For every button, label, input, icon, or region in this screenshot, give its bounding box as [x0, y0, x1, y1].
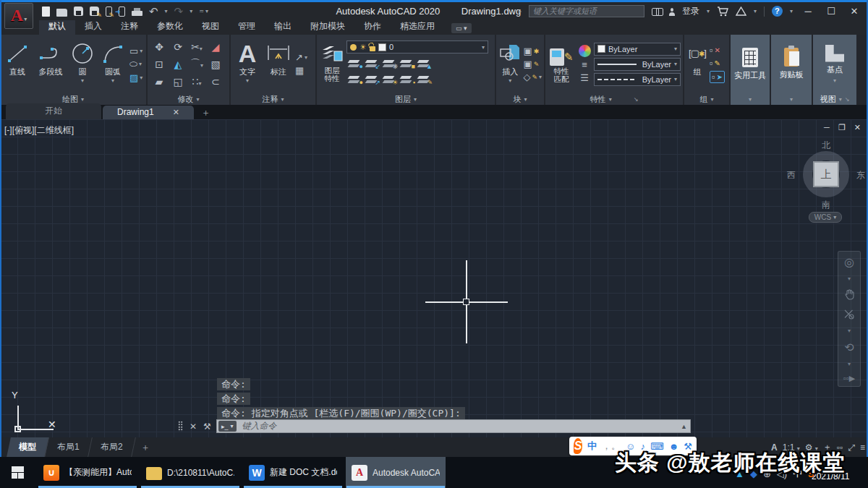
layout-tab-model[interactable]: 模型: [7, 437, 49, 457]
command-recent-icon[interactable]: ▲: [681, 423, 687, 430]
minimize-button[interactable]: ─: [800, 6, 816, 17]
search-expand-icon[interactable]: ▸: [519, 8, 522, 14]
group-selection-toggle[interactable]: ▫➤: [710, 71, 725, 83]
wcs-dropdown[interactable]: WCS▾: [809, 212, 842, 223]
mobile-save-icon[interactable]: [106, 7, 112, 17]
basepoint-dropdown-icon[interactable]: ▾: [833, 77, 836, 84]
save-icon[interactable]: [74, 7, 83, 16]
mobile-open-icon[interactable]: [119, 7, 125, 17]
file-tab-close-icon[interactable]: ✕: [173, 108, 179, 117]
viewcube-north[interactable]: 北: [822, 140, 830, 152]
maximize-button[interactable]: ☐: [823, 6, 839, 17]
command-drag-handle[interactable]: [178, 421, 183, 432]
text-button[interactable]: A 文字 ▾: [233, 38, 262, 90]
new-layout-icon[interactable]: ＋: [140, 441, 150, 454]
panel-block-label[interactable]: 块▾: [496, 93, 544, 105]
app-store-cart-icon[interactable]: [717, 7, 728, 17]
group-button[interactable]: [▢✱] 组: [686, 38, 708, 90]
orbit-icon[interactable]: ⟲: [844, 341, 854, 354]
properties-launcher-icon[interactable]: ↘: [634, 96, 639, 103]
define-attributes-button[interactable]: ◇✎▾: [523, 72, 542, 82]
signin-dropdown-icon[interactable]: ▾: [707, 8, 710, 14]
layer-properties-button[interactable]: 图层特性: [319, 38, 345, 90]
line-button[interactable]: 直线: [2, 38, 33, 90]
layer-match-icon[interactable]: ▲: [418, 59, 431, 69]
create-block-button[interactable]: ▣✱: [523, 46, 542, 56]
rotate-icon[interactable]: ⟳: [174, 41, 182, 53]
panel-groups-label[interactable]: 组▾: [684, 93, 729, 105]
calculator-icon[interactable]: [742, 48, 758, 67]
fillet-icon[interactable]: ⌒▾: [190, 58, 203, 71]
ribbon-tab-view[interactable]: 视图: [192, 18, 229, 35]
stretch-icon[interactable]: ▰: [156, 76, 163, 87]
viewcube-west[interactable]: 西: [787, 169, 796, 181]
account-dropdown-icon[interactable]: ▾: [754, 8, 757, 14]
ime-mode-toggle[interactable]: 中: [587, 440, 597, 453]
orbit-dropdown-icon[interactable]: ▾: [848, 361, 851, 367]
layer-change-icon[interactable]: ✎: [418, 74, 431, 85]
layer-unlock2-icon[interactable]: ▪: [401, 74, 414, 85]
layer-dropdown-icon[interactable]: ▾: [482, 44, 485, 51]
viewport-minimize-icon[interactable]: ─: [824, 123, 830, 132]
clean-screen-icon[interactable]: ⤢: [848, 442, 855, 453]
panel-annotation-label[interactable]: 注释▾: [231, 93, 315, 105]
zoom-dropdown-icon[interactable]: ▾: [848, 328, 851, 334]
ungroup-button[interactable]: ▫✕: [710, 45, 725, 56]
group-edit-button[interactable]: ▫✎: [710, 58, 725, 69]
ribbon-tab-home[interactable]: 默认: [39, 18, 75, 35]
command-input-placeholder[interactable]: 键入命令: [242, 420, 681, 432]
taskbar-item-browser[interactable]: ∪ 【亲测能用】Auto ...: [38, 457, 137, 488]
circle-button[interactable]: 圆 ▾: [69, 38, 96, 90]
arc-button[interactable]: 圆弧 ▾: [98, 38, 128, 90]
leader-button[interactable]: ↗▾: [295, 52, 307, 63]
viewport-restore-icon[interactable]: ❐: [838, 123, 846, 132]
panel-view-label[interactable]: 视图▾↘: [813, 93, 856, 105]
linetype-select[interactable]: ByLayer ▾: [594, 73, 681, 86]
nav-dropdown-icon[interactable]: ▾: [848, 275, 851, 282]
color-dropdown-icon[interactable]: ▾: [674, 46, 677, 52]
ribbon-tab-annotate[interactable]: 注释: [111, 18, 148, 35]
viewport-close-icon[interactable]: ✕: [854, 123, 861, 132]
array-icon[interactable]: ∷▾: [192, 76, 202, 87]
zoom-extents-icon[interactable]: [843, 308, 856, 321]
color-select[interactable]: ByLayer ▾: [594, 43, 681, 56]
taskbar-item-wps[interactable]: W 新建 DOC 文档.do...: [243, 457, 343, 488]
search-input[interactable]: 键入关键字或短语: [529, 5, 644, 17]
color-wheel-icon[interactable]: [579, 45, 591, 57]
undo-dropdown-icon[interactable]: ▾: [165, 8, 168, 14]
viewport-controls-label[interactable]: [-][俯视][二维线框]: [4, 124, 74, 137]
ribbon-tab-insert[interactable]: 插入: [75, 18, 111, 35]
start-button[interactable]: [0, 457, 35, 488]
panel-properties-label[interactable]: 特性▾↘: [545, 93, 683, 105]
application-menu-button[interactable]: A▾: [4, 3, 33, 29]
basepoint-icon[interactable]: [825, 45, 844, 62]
arc-dropdown-icon[interactable]: ▾: [111, 77, 114, 84]
lineweight-select[interactable]: ByLayer ▾: [594, 58, 681, 71]
file-tab-start[interactable]: 开始: [6, 103, 101, 119]
mirror-icon[interactable]: ◭: [174, 59, 182, 70]
plot-icon[interactable]: [132, 11, 142, 16]
layer-lock-icon[interactable]: ■: [401, 59, 414, 69]
command-prompt-icon[interactable]: ▸_ ▾: [218, 421, 237, 432]
command-input-bar[interactable]: ▸_ ▾ 键入命令 ▲: [216, 419, 691, 433]
linetype-dropdown-icon[interactable]: ▾: [674, 76, 677, 82]
dimension-button[interactable]: 标注: [263, 38, 294, 90]
ribbon-tab-addins[interactable]: 附加模块: [301, 18, 354, 35]
circle-dropdown-icon[interactable]: ▾: [81, 77, 84, 84]
drawing-area[interactable]: [-][俯视][二维线框] ─ ❐ ✕ 上 北 南 西 东 WCS▾ ◎ ▾ ▾…: [0, 119, 868, 437]
ribbon-tab-manage[interactable]: 管理: [229, 18, 265, 35]
move-icon[interactable]: ✥: [155, 41, 163, 53]
ellipse-button[interactable]: ⬭▾: [129, 59, 142, 70]
scale-icon[interactable]: ◱: [173, 76, 182, 87]
file-tab-drawing1[interactable]: Drawing1 ✕: [103, 106, 194, 119]
layer-thaw-all-icon[interactable]: ☀: [383, 74, 396, 85]
hatch-button[interactable]: ▨▾: [129, 72, 142, 83]
signin-button[interactable]: 登录: [682, 5, 699, 17]
pan-icon[interactable]: [843, 288, 856, 301]
insert-button[interactable]: 插入 ▾: [498, 38, 522, 90]
erase-icon[interactable]: ◢: [212, 41, 220, 53]
layer-isolate-icon[interactable]: ●: [349, 59, 362, 69]
polyline-button[interactable]: 多段线: [34, 38, 67, 90]
help-icon[interactable]: ?: [772, 6, 783, 17]
command-customize-icon[interactable]: ⚒: [203, 421, 211, 432]
